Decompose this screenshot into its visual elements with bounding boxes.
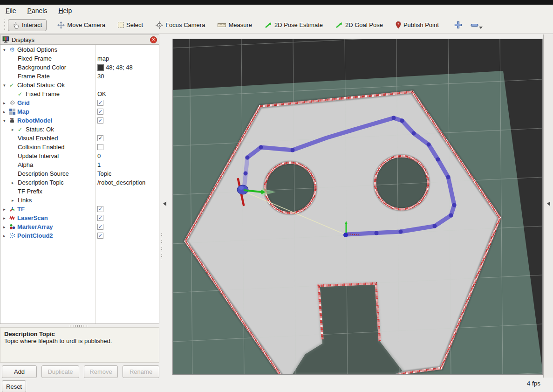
tree-row-fixed-frame-status[interactable]: ✓ Fixed Frame OK — [0, 89, 159, 98]
tree-row-robot-status[interactable]: ▸ ✓ Status: Ok — [0, 125, 159, 134]
expand-arrow-icon[interactable]: ▸ — [3, 234, 9, 238]
tree-row-tf[interactable]: ▸ TF ✓ — [0, 205, 159, 213]
displays-panel-header[interactable]: Displays ✕ — [0, 34, 159, 45]
focus-camera-tool-button[interactable]: Focus Camera — [156, 21, 205, 29]
remove-tool-button[interactable] — [471, 23, 478, 27]
toolbar-drag-handle[interactable] — [4, 20, 5, 31]
expand-arrow-icon[interactable]: ▸ — [3, 207, 9, 212]
tree-row-grid[interactable]: ▸ Grid ✓ — [0, 98, 159, 107]
minus-icon — [471, 23, 478, 27]
enable-checkbox[interactable]: ✓ — [97, 215, 103, 221]
row-value: OK — [97, 90, 106, 97]
tree-row-collision-enabled[interactable]: Collision Enabled — [0, 143, 159, 151]
expand-arrow-icon[interactable]: ▸ — [3, 225, 9, 229]
enable-checkbox[interactable]: ✓ — [97, 117, 103, 124]
tree-row-links[interactable]: ▸ Links — [0, 196, 159, 205]
tree-row-visual-enabled[interactable]: Visual Enabled ✓ — [0, 134, 159, 143]
row-value[interactable]: 30 — [97, 73, 104, 80]
tree-row-description-source[interactable]: Description Source Topic — [0, 169, 159, 178]
expand-arrow-icon[interactable]: ▾ — [3, 48, 9, 52]
right-dock-strip — [543, 34, 553, 378]
rename-button[interactable]: Rename — [123, 365, 159, 378]
row-label: MarkerArray — [17, 223, 53, 230]
row-label: TF Prefix — [18, 188, 42, 195]
gear-icon: ⚙ — [9, 46, 17, 53]
property-checkbox[interactable]: ✓ — [97, 135, 103, 141]
3d-viewport[interactable] — [173, 39, 542, 374]
menu-bar: File Panels Help — [0, 5, 553, 17]
enable-checkbox[interactable]: ✓ — [97, 109, 103, 115]
enable-checkbox[interactable]: ✓ — [97, 206, 103, 212]
add-tool-button[interactable] — [454, 21, 462, 29]
expand-arrow-icon[interactable]: ▾ — [3, 118, 9, 123]
tree-row-frame-rate[interactable]: Frame Rate 30 — [0, 72, 159, 81]
remove-button[interactable]: Remove — [84, 365, 118, 378]
select-tool-button[interactable]: Select — [118, 21, 143, 28]
select-box-icon — [118, 22, 124, 28]
row-value[interactable]: 48; 48; 48 — [106, 64, 133, 71]
display-buttons-row: Add Duplicate Remove Rename — [0, 365, 159, 378]
tree-row-map[interactable]: ▸ Map ✓ — [0, 107, 159, 116]
tree-row-alpha[interactable]: Alpha 1 — [0, 160, 159, 169]
tree-row-background-color[interactable]: Background Color 48; 48; 48 — [0, 63, 159, 72]
expand-arrow-icon[interactable]: ▸ — [3, 110, 9, 114]
expand-arrow-icon[interactable]: ▾ — [3, 83, 9, 88]
goal-pose-tool-button[interactable]: 2D Goal Pose — [335, 21, 383, 29]
tree-row-fixed-frame[interactable]: Fixed Frame map — [0, 54, 159, 63]
enable-checkbox[interactable]: ✓ — [97, 224, 103, 230]
tree-row-pointcloud2[interactable]: ▸ PointCloud2 ✓ — [0, 231, 159, 240]
row-value[interactable]: /robot_description — [97, 179, 145, 186]
tree-row-update-interval[interactable]: Update Interval 0 — [0, 151, 159, 160]
add-button[interactable]: Add — [2, 365, 37, 378]
row-value[interactable]: 1 — [97, 161, 101, 168]
row-label: Links — [18, 197, 32, 204]
expand-arrow-icon[interactable]: ▸ — [3, 216, 9, 220]
tree-row-robotmodel[interactable]: ▾ RobotModel ✓ — [0, 116, 159, 125]
row-value[interactable]: map — [97, 55, 109, 62]
move-camera-icon — [57, 21, 65, 29]
expand-arrow-icon[interactable]: ▸ — [3, 101, 9, 105]
grid-icon — [9, 100, 17, 106]
move-camera-tool-button[interactable]: Move Camera — [57, 21, 105, 29]
collapse-panel-arrow-icon[interactable] — [163, 201, 166, 206]
panel-splitter-handle[interactable] — [70, 325, 89, 327]
tree-row-description-topic[interactable]: ▸ Description Topic /robot_description — [0, 178, 159, 187]
publish-point-tool-button[interactable]: Publish Point — [396, 21, 439, 29]
row-label: Grid — [17, 99, 30, 106]
status-ok-check-icon: ✓ — [18, 91, 26, 97]
tree-row-global-options[interactable]: ▾ ⚙ Global Options — [0, 45, 159, 54]
collapse-right-panel-arrow-icon[interactable] — [547, 201, 550, 206]
row-label: Fixed Frame — [26, 90, 60, 97]
menu-file[interactable]: File — [6, 7, 16, 14]
row-label: Collision Enabled — [18, 144, 64, 151]
expand-arrow-icon[interactable]: ▸ — [12, 127, 18, 132]
row-value[interactable]: 0 — [97, 152, 101, 159]
tree-row-tf-prefix[interactable]: TF Prefix — [0, 187, 159, 196]
duplicate-button[interactable]: Duplicate — [41, 365, 79, 378]
tree-row-laserscan[interactable]: ▸ LaserScan ✓ — [0, 213, 159, 222]
row-label: Background Color — [18, 64, 66, 71]
window-titlebar — [0, 0, 553, 5]
interact-tool-button[interactable]: Interact — [8, 19, 47, 31]
row-label: PointCloud2 — [17, 232, 53, 239]
splitter-drag-handle[interactable] — [161, 233, 162, 261]
menu-panels[interactable]: Panels — [27, 7, 48, 14]
enable-checkbox[interactable]: ✓ — [97, 100, 103, 106]
menu-help[interactable]: Help — [58, 7, 72, 14]
help-body: Topic where filepath to urdf is publishe… — [4, 337, 155, 344]
close-icon[interactable]: ✕ — [150, 36, 157, 43]
tree-row-global-status[interactable]: ▾ ✓ Global Status: Ok — [0, 81, 159, 89]
row-label: Description Source — [18, 170, 69, 177]
pose-estimate-tool-button[interactable]: 2D Pose Estimate — [265, 21, 323, 29]
expand-arrow-icon[interactable]: ▸ — [12, 180, 18, 185]
tree-row-markerarray[interactable]: ▸ MarkerArray ✓ — [0, 222, 159, 231]
expand-arrow-icon[interactable]: ▸ — [12, 198, 18, 203]
measure-tool-button[interactable]: Measure — [218, 21, 252, 28]
dropdown-arrow-icon[interactable] — [479, 27, 483, 29]
row-label: Update Interval — [18, 152, 59, 159]
property-checkbox[interactable] — [97, 144, 103, 150]
fps-counter: 4 fps — [512, 380, 540, 387]
enable-checkbox[interactable]: ✓ — [97, 233, 103, 239]
reset-button[interactable]: Reset — [2, 380, 26, 392]
row-value[interactable]: Topic — [97, 170, 111, 177]
